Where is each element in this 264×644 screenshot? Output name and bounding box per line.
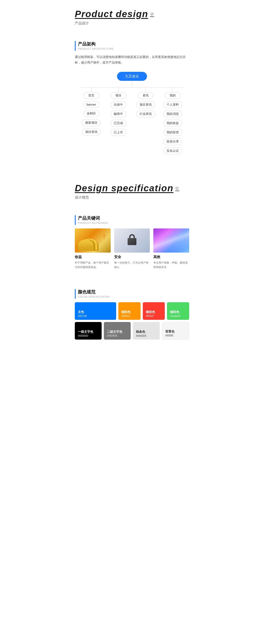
arch-node-project-news: 项目资讯 xyxy=(82,128,101,136)
architecture-diagram: 九五金众 首页 banner 金刚区 最新项目 项目资讯 项目 xyxy=(75,72,189,156)
arch-node-realname: 实名认证 xyxy=(163,148,182,154)
keyword-efficiency-desc: 专注用户体验，申购、赎回流程高效灵活 xyxy=(153,261,189,269)
color-text1-hex: #000000 xyxy=(78,334,98,338)
color-aux2-label: 辅助色 xyxy=(146,310,162,314)
arch-col-mine: 我的 个人资料 我的消息 我的收益 我的投资 投资分享 实名认证 xyxy=(161,88,185,156)
color-primary-hex: #007aff xyxy=(78,314,113,318)
arch-node-earnings: 我的收益 xyxy=(163,120,182,127)
color-aux3-label: 辅助色 xyxy=(170,310,186,314)
design-spec-title-zh: 设计规范 xyxy=(75,195,189,200)
color-aux1-label: 辅助色 xyxy=(121,310,138,314)
color-aux3-hex: #4cda64 xyxy=(170,314,186,318)
color-primary-label: 主色 xyxy=(78,310,113,314)
arch-node-industry-info: 行业资讯 xyxy=(136,110,155,118)
arch-node-financing: 融资中 xyxy=(110,110,126,118)
keywords-blue-bar xyxy=(75,215,76,225)
color-text2: 二级文字色 #787878 xyxy=(104,322,131,340)
keyword-profit-image xyxy=(75,228,111,252)
link-icon: ⊘ xyxy=(150,12,154,17)
color-aux1-hex: #ff9501 xyxy=(121,314,138,318)
sub-title-zh: 产品架构 xyxy=(78,41,114,47)
color-bg-label: 背景色 xyxy=(165,330,186,334)
keyword-security-image xyxy=(114,228,150,252)
keywords-section: 产品关键词 PRODUCT KEYWORDS 收益 对于理财产品，每个用户最关注… xyxy=(75,215,189,269)
color-aux2-hex: #ff3b2f xyxy=(146,314,162,318)
primary-color-grid: 主色 #007aff 辅助色 #ff9501 辅助色 #ff3b2f 辅助色 #… xyxy=(75,302,189,320)
arch-col-home: 首页 banner 金刚区 最新项目 项目资讯 xyxy=(79,88,103,156)
arch-node-banner: banner xyxy=(83,101,99,108)
arch-node-news: 资讯 xyxy=(138,92,153,99)
arch-node-completed: 已完成 xyxy=(110,120,126,127)
color-text1: 一级文字色 #000000 xyxy=(75,322,102,340)
colors-blue-bar xyxy=(75,289,76,299)
sub-section-header: 产品架构 PRODUCT ARCHITECTURE xyxy=(75,41,189,51)
arch-columns: 首页 banner 金刚区 最新项目 项目资讯 项目 洽谈中 融资中 已完成 已… xyxy=(79,88,185,156)
product-design-title-en: Product design ⊘ xyxy=(75,9,189,19)
keywords-title-zh: 产品关键词 xyxy=(78,215,108,221)
arch-node-home: 首页 xyxy=(84,92,99,99)
architecture-description: 通过梳理框架，可以清楚地知道哪些功能是真正必要的，从而更高效便捷地定位目标，减少… xyxy=(75,54,189,65)
keywords-grid: 收益 对于理财产品，每个用户最关注的问题就是收益。 安全 每一次的努力，只为让用… xyxy=(75,228,189,269)
section-product-design: Product design ⊘ 产品设计 产品架构 PRODUCT ARCHI… xyxy=(62,0,202,174)
color-line-hex: #e5e5e5 xyxy=(136,334,157,338)
keyword-efficiency-name: 高效 xyxy=(153,255,189,260)
keywords-title-en: PRODUCT KEYWORDS xyxy=(78,222,108,224)
keyword-profit-name: 收益 xyxy=(75,255,111,260)
arch-node-messages: 我的消息 xyxy=(163,110,182,118)
design-spec-link-icon: ⊘ xyxy=(175,186,179,191)
arch-node-new-project: 最新项目 xyxy=(82,119,101,126)
color-bg-hex: #f5f5f5 xyxy=(165,334,186,337)
arch-node-mine: 我的 xyxy=(165,92,180,99)
keyword-profit-card: 收益 对于理财产品，每个用户最关注的问题就是收益。 xyxy=(75,228,111,269)
arch-node-negotiating: 洽谈中 xyxy=(110,101,126,108)
keyword-security-card: 安全 每一次的努力，只为让用户更放心 xyxy=(114,228,150,269)
color-primary: 主色 #007aff xyxy=(75,302,116,320)
product-design-title-zh: 产品设计 xyxy=(75,21,189,26)
keyword-efficiency-card: 高效 专注用户体验，申购、赎回流程高效灵活 xyxy=(153,228,189,269)
arch-node-share: 投资分享 xyxy=(163,138,182,145)
colors-title-en: COLOR SPECIFICATION xyxy=(78,296,110,298)
color-aux2: 辅助色 #ff3b2f xyxy=(143,302,165,320)
keywords-titles: 产品关键词 PRODUCT KEYWORDS xyxy=(78,215,108,224)
sub-section-titles: 产品架构 PRODUCT ARCHITECTURE xyxy=(78,41,114,50)
keyword-security-desc: 每一次的努力，只为让用户更放心 xyxy=(114,261,150,269)
section-design-spec: Design specification ⊘ 设计规范 产品关键词 PRODUC… xyxy=(62,174,202,368)
color-bg: 背景色 #f5f5f5 xyxy=(162,322,189,340)
color-aux3: 辅助色 #4cda64 xyxy=(167,302,189,320)
arch-connector-root xyxy=(132,81,132,88)
lock-body xyxy=(127,238,137,245)
arch-horizontal-line xyxy=(79,88,185,88)
color-text1-label: 一级文字色 xyxy=(78,330,98,334)
color-line-label: 线条色 xyxy=(136,330,157,334)
lock-shape xyxy=(127,238,137,245)
keywords-header: 产品关键词 PRODUCT KEYWORDS xyxy=(75,215,189,225)
arch-node-project: 项目 xyxy=(111,92,126,99)
arch-col-news: 资讯 项目资讯 行业资讯 xyxy=(134,88,158,156)
colors-title-zh: 颜色规范 xyxy=(78,289,110,295)
keyword-profit-desc: 对于理财产品，每个用户最关注的问题就是收益。 xyxy=(75,261,111,269)
keyword-efficiency-image xyxy=(153,228,189,252)
title-en-text: Product design xyxy=(75,9,148,19)
color-text2-label: 二级文字色 xyxy=(107,330,127,334)
colors-titles: 颜色规范 COLOR SPECIFICATION xyxy=(78,289,110,298)
color-text2-hex: #787878 xyxy=(107,334,127,338)
secondary-color-grid: 一级文字色 #000000 二级文字色 #787878 线条色 #e5e5e5 … xyxy=(75,322,189,340)
design-spec-title-en-text: Design specification xyxy=(75,183,173,194)
arch-node-profile: 个人资料 xyxy=(163,101,182,108)
arch-root-node[interactable]: 九五金众 xyxy=(117,72,147,81)
design-spec-title-en: Design specification ⊘ xyxy=(75,183,189,194)
sub-title-en: PRODUCT ARCHITECTURE xyxy=(78,48,114,50)
arch-col-project: 项目 洽谈中 融资中 已完成 已上市 xyxy=(106,88,130,156)
blue-bar-indicator xyxy=(75,41,76,51)
arch-node-listed: 已上市 xyxy=(110,129,126,136)
color-line: 线条色 #e5e5e5 xyxy=(133,322,160,340)
keyword-security-name: 安全 xyxy=(114,255,150,260)
arch-node-jingang: 金刚区 xyxy=(83,110,99,117)
color-aux1: 辅助色 #ff9501 xyxy=(118,302,141,320)
lock-shackle xyxy=(129,234,135,238)
product-architecture-section: 产品架构 PRODUCT ARCHITECTURE 通过梳理框架，可以清楚地知道… xyxy=(75,41,189,156)
arch-node-project-info: 项目资讯 xyxy=(136,101,155,108)
colors-header: 颜色规范 COLOR SPECIFICATION xyxy=(75,289,189,299)
colors-section: 颜色规范 COLOR SPECIFICATION 主色 #007aff 辅助色 … xyxy=(75,289,189,340)
arch-node-investments: 我的投资 xyxy=(163,129,182,136)
